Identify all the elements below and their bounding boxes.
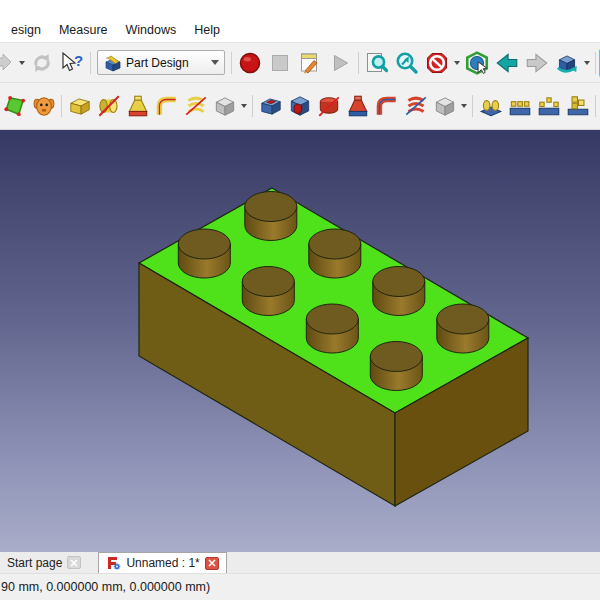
subtractive-pipe-icon: [374, 93, 400, 119]
linear-pattern-button[interactable]: [505, 91, 534, 121]
tab-start-page[interactable]: Start page: [0, 552, 88, 573]
macro-record-button[interactable]: [235, 48, 265, 78]
draw-style-icon: [425, 51, 449, 75]
subtractive-pipe-button[interactable]: [372, 91, 401, 121]
toolbar-separator: [355, 50, 362, 76]
subtractive-primitive-icon: [432, 93, 458, 119]
hole-icon: [287, 93, 313, 119]
macro-edit-icon: [298, 51, 322, 75]
edit-sketch-icon: [31, 93, 57, 119]
brick-stud[interactable]: [242, 267, 294, 316]
brick-stud[interactable]: [306, 304, 358, 353]
navigate-back-button[interactable]: [492, 48, 522, 78]
svg-text:?: ?: [74, 52, 83, 69]
sync-view-button[interactable]: [462, 48, 492, 78]
additive-helix-icon: [183, 93, 209, 119]
navigate-forward-button[interactable]: [522, 48, 552, 78]
menu-item-measure[interactable]: Measure: [50, 20, 117, 40]
chevron-down-icon: [211, 60, 219, 65]
additive-primitive-dropdown-icon[interactable]: [241, 104, 247, 108]
navigate-back-icon: [494, 50, 520, 76]
close-icon[interactable]: [205, 557, 219, 570]
redo-dropdown-icon[interactable]: [19, 61, 25, 65]
hole-button[interactable]: [285, 91, 314, 121]
additive-primitive-icon: [212, 93, 238, 119]
brick-stud[interactable]: [309, 229, 361, 278]
view-zoom-selection-button[interactable]: [392, 48, 422, 78]
workbench-selector[interactable]: Part Design: [97, 50, 225, 75]
draw-style-button[interactable]: [422, 48, 452, 78]
rotate-view-button[interactable]: [552, 48, 582, 78]
status-bar: 90 mm, 0.000000 mm, 0.000000 mm): [0, 573, 600, 600]
sync-view-cube-icon: [464, 50, 490, 76]
menu-item-design[interactable]: esign: [2, 20, 50, 40]
lego-brick-model: [0, 130, 600, 552]
toolbar-macro-view: ? Part Design: [0, 42, 600, 82]
groove-icon: [316, 93, 342, 119]
tab-start-page-label: Start page: [7, 556, 62, 570]
macro-play-button[interactable]: [325, 48, 355, 78]
pad-icon: [67, 93, 93, 119]
additive-helix-button[interactable]: [181, 91, 210, 121]
create-sketch-button[interactable]: [0, 91, 29, 121]
menu-item-help[interactable]: Help: [185, 20, 229, 40]
pocket-button[interactable]: [256, 91, 285, 121]
redo-button[interactable]: [0, 48, 17, 78]
draw-style-dropdown-icon[interactable]: [454, 61, 460, 65]
toolbar-separator: [58, 93, 65, 119]
polar-pattern-button[interactable]: [534, 91, 563, 121]
menu-bar: esign Measure Windows Help: [0, 18, 600, 42]
brick-stud[interactable]: [178, 229, 230, 278]
freecad-icon: [106, 556, 121, 570]
toolbar-separator: [469, 93, 476, 119]
tab-unnamed-document[interactable]: Unnamed : 1*: [98, 552, 226, 573]
additive-pipe-button[interactable]: [152, 91, 181, 121]
menu-item-windows[interactable]: Windows: [117, 20, 186, 40]
multitransform-icon: [565, 93, 591, 119]
macro-record-icon: [237, 50, 263, 76]
redo-icon: [0, 51, 14, 75]
multitransform-button[interactable]: [563, 91, 592, 121]
brick-stud[interactable]: [245, 192, 297, 241]
edit-sketch-button[interactable]: [29, 91, 58, 121]
close-icon[interactable]: [67, 556, 81, 569]
subtractive-primitive-button[interactable]: [430, 91, 459, 121]
groove-button[interactable]: [314, 91, 343, 121]
rotate-view-cube-icon: [554, 50, 580, 76]
toolbar-separator: [592, 93, 599, 119]
revolution-icon: [96, 93, 122, 119]
title-bar: [0, 0, 600, 18]
toolbar-separator: [592, 50, 599, 76]
whats-this-icon: ?: [60, 51, 84, 75]
subtractive-loft-icon: [345, 93, 371, 119]
subtractive-helix-button[interactable]: [401, 91, 430, 121]
revolution-button[interactable]: [94, 91, 123, 121]
brick-stud[interactable]: [373, 267, 425, 316]
additive-pipe-icon: [154, 93, 180, 119]
subtractive-primitive-dropdown-icon[interactable]: [461, 104, 467, 108]
additive-primitive-button[interactable]: [210, 91, 239, 121]
workbench-cube-pencil-icon: [103, 54, 121, 72]
brick-stud[interactable]: [437, 304, 489, 353]
3d-viewport[interactable]: [0, 130, 600, 552]
view-fit-all-icon: [365, 51, 389, 75]
rotate-view-dropdown-icon[interactable]: [584, 61, 590, 65]
additive-loft-icon: [125, 93, 151, 119]
brick-stud[interactable]: [370, 342, 422, 391]
subtractive-loft-button[interactable]: [343, 91, 372, 121]
pad-button[interactable]: [65, 91, 94, 121]
whats-this-button[interactable]: ?: [57, 48, 87, 78]
additive-loft-button[interactable]: [123, 91, 152, 121]
refresh-button[interactable]: [27, 48, 57, 78]
tab-unnamed-label: Unnamed : 1*: [126, 556, 199, 570]
polar-pattern-icon: [536, 93, 562, 119]
mirrored-button[interactable]: [476, 91, 505, 121]
pocket-icon: [258, 93, 284, 119]
view-fit-all-button[interactable]: [362, 48, 392, 78]
navigate-forward-icon: [524, 50, 550, 76]
macro-edit-button[interactable]: [295, 48, 325, 78]
macro-stop-button[interactable]: [265, 48, 295, 78]
toolbar-separator: [87, 50, 94, 76]
refresh-icon: [30, 51, 54, 75]
subtractive-helix-icon: [403, 93, 429, 119]
